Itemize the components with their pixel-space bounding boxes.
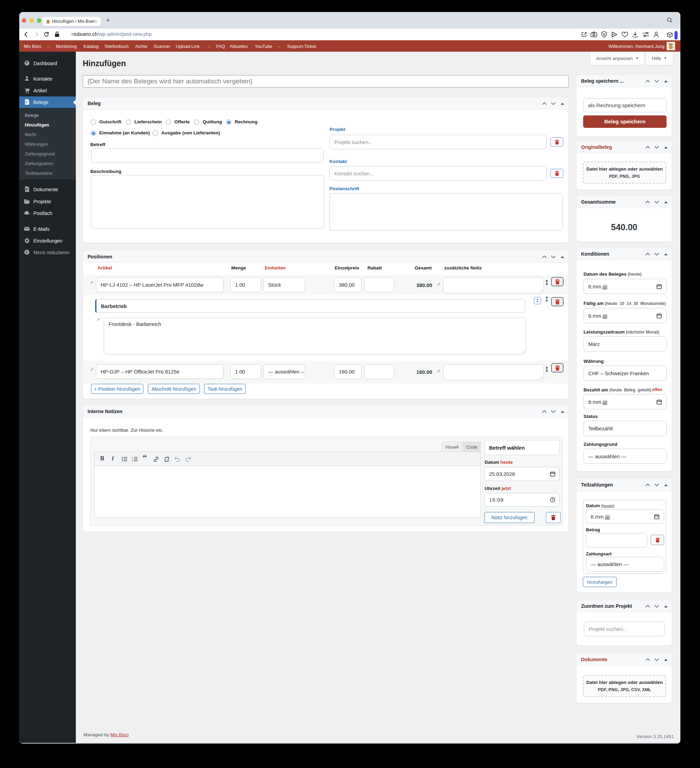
svg-text:3: 3 <box>132 460 133 462</box>
